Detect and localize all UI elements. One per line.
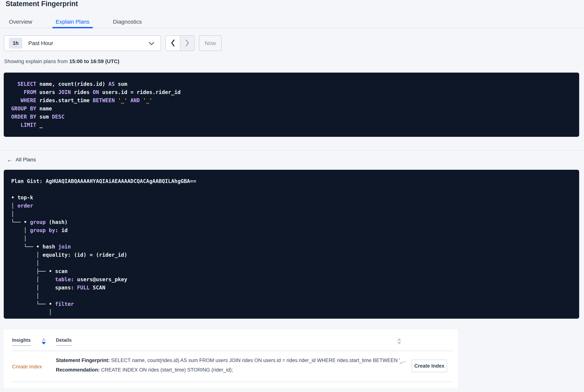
code-line: SELECT name, count(rides.id) AS sum <box>11 80 579 88</box>
code-line: │ table: users@users_pkey <box>11 276 579 284</box>
code-line: • top-k <box>11 194 579 202</box>
sort-icon-details[interactable] <box>397 338 401 344</box>
time-range-dropdown[interactable]: 1h Past Hour <box>4 35 161 51</box>
sort-up-triangle <box>42 338 46 341</box>
create-index-button[interactable]: Create Index <box>412 360 447 372</box>
code-line: └── • filter <box>11 300 579 308</box>
insight-type-link[interactable]: Create Index <box>12 362 42 371</box>
code-line: │ <box>11 292 579 300</box>
statement-fingerprint-page: Statement Fingerprint Overview Explain P… <box>0 0 584 392</box>
time-range-label: Past Hour <box>28 40 53 46</box>
plan-gist-block: Plan Gist: AgHUAQIABQAAAAHYAQIAiAEAAAADC… <box>4 170 579 319</box>
section-divider <box>0 150 584 151</box>
caption-prefix: Showing explain plans from <box>4 58 69 64</box>
now-button[interactable]: Now <box>199 35 222 51</box>
insights-table-card: Insights Details Create Index Statement … <box>4 330 458 388</box>
details-statement-text: SELECT name, count(rides.id) AS sum FROM… <box>110 358 406 363</box>
code-line: │ <box>11 234 579 243</box>
details-recommendation-label: Recommendation: <box>56 367 100 373</box>
all-plans-link[interactable]: ←All Plans <box>7 157 36 163</box>
code-line: LIMIT _ <box>11 121 579 129</box>
table-row-divider <box>12 382 453 382</box>
back-arrow-icon: ← <box>7 157 13 163</box>
tab-overview[interactable]: Overview <box>5 16 35 28</box>
code-line: ORDER BY sum DESC <box>11 113 579 121</box>
chevron-right-icon <box>185 39 190 48</box>
code-line: │ <box>11 259 579 267</box>
table-header-divider <box>12 351 453 351</box>
next-interval-button[interactable] <box>180 36 194 51</box>
tab-diagnostics[interactable]: Diagnostics <box>110 16 145 28</box>
column-header-insights[interactable]: Insights <box>12 337 31 346</box>
time-controls: 1h Past Hour Now <box>4 35 222 51</box>
code-line: └── • group (hash) <box>11 218 579 226</box>
code-line: └── • hash join <box>11 243 579 251</box>
code-line <box>11 186 579 194</box>
code-line: │ <box>11 210 579 218</box>
sort-icon-insights[interactable] <box>42 338 46 344</box>
code-line: │ equality: (id) = (rider_id) <box>11 251 579 259</box>
all-plans-label: All Plans <box>16 157 36 163</box>
page-title: Statement Fingerprint <box>5 0 78 8</box>
sql-statement-block: SELECT name, count(rides.id) AS sum FROM… <box>4 72 579 137</box>
chevron-left-icon <box>170 39 175 48</box>
column-header-details[interactable]: Details <box>56 337 72 346</box>
code-line: │ spans: FULL SCAN <box>11 284 579 292</box>
code-line: FROM users JOIN rides ON users.id = ride… <box>11 88 579 96</box>
tab-bar: Overview Explain Plans Diagnostics <box>0 16 584 28</box>
chevron-down-icon <box>149 42 154 46</box>
details-recommendation-line: Recommendation: CREATE INDEX ON rides (s… <box>56 366 406 374</box>
code-line: GROUP BY name <box>11 104 579 113</box>
time-step-buttons <box>165 35 194 51</box>
code-line: │ group by: id <box>11 226 579 234</box>
sort-down-triangle <box>397 342 401 344</box>
caption-range: 15:00 to 16:59 (UTC) <box>69 58 119 64</box>
code-line: │ order <box>11 202 579 210</box>
details-recommendation-text: CREATE INDEX ON rides (start_time) STORI… <box>100 367 233 373</box>
details-statement-label: Statement Fingerprint: <box>56 358 110 363</box>
previous-interval-button[interactable] <box>166 36 180 51</box>
code-line: │ <box>11 308 579 316</box>
code-line: WHERE rides.start_time BETWEEN '_' AND '… <box>11 96 579 104</box>
details-cell: Statement Fingerprint: SELECT name, coun… <box>56 357 406 374</box>
sort-down-triangle <box>42 342 46 344</box>
details-statement-line: Statement Fingerprint: SELECT name, coun… <box>56 357 406 364</box>
time-range-badge: 1h <box>9 38 22 48</box>
code-line: Plan Gist: AgHUAQIABQAAAAHYAQIAiAEAAAADC… <box>11 177 579 186</box>
code-line: ├── • scan <box>11 267 579 276</box>
tab-explain-plans[interactable]: Explain Plans <box>52 16 93 28</box>
sort-up-triangle <box>397 338 401 341</box>
time-range-caption: Showing explain plans from 15:00 to 16:5… <box>4 58 119 65</box>
